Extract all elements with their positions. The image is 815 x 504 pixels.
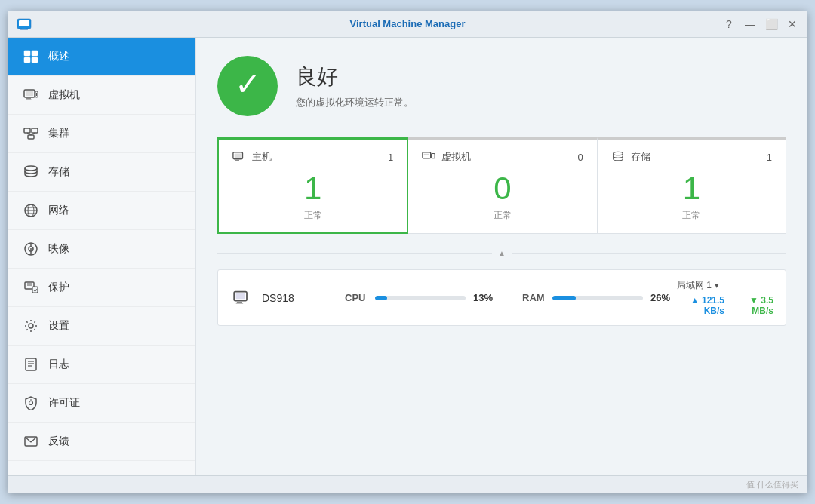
main-layout: 概述 虚拟机 [8, 38, 807, 475]
sidebar-item-log[interactable]: 日志 [8, 346, 195, 384]
vm-count: 0 [577, 152, 583, 163]
svg-rect-36 [26, 358, 36, 370]
vm-status: 正常 [422, 209, 583, 222]
sidebar-item-network[interactable]: 网络 [8, 192, 195, 230]
net-up-speed: ▲ 121.5 KB/s [677, 295, 724, 316]
svg-rect-4 [24, 51, 30, 56]
sidebar-label-network: 网络 [48, 204, 69, 217]
storage-card-icon [611, 150, 625, 164]
svg-rect-52 [236, 293, 245, 299]
protection-icon [23, 279, 39, 296]
titlebar-controls: ? — ⬜ ✕ [723, 18, 798, 30]
image-icon [23, 241, 39, 257]
svg-rect-48 [432, 154, 435, 158]
network-dropdown[interactable]: ▾ [715, 281, 719, 290]
status-circle: ✓ [217, 56, 278, 116]
window-title: Virtual Machine Manager [350, 18, 466, 29]
sidebar-item-protection[interactable]: 保护 [8, 269, 195, 307]
vm-card-icon [422, 150, 435, 164]
ram-metric: RAM 26% [522, 292, 677, 303]
net-down-speed: ▼ 3.5 MB/s [734, 295, 773, 316]
sidebar-item-storage[interactable]: 存储 [8, 153, 195, 192]
host-status: 正常 [232, 209, 393, 222]
cpu-fill [375, 296, 387, 300]
sidebar-item-overview[interactable]: 概述 [8, 38, 195, 76]
sidebar-item-image[interactable]: 映像 [8, 230, 195, 269]
down-arrow-icon: ▼ [749, 295, 758, 306]
stat-card-storage-title: 存储 [611, 150, 650, 164]
storage-nav-icon [23, 164, 39, 180]
divider-line-left [217, 253, 492, 254]
storage-value: 1 [611, 173, 772, 204]
divider-line-right [512, 253, 786, 254]
feedback-icon [23, 433, 39, 450]
overview-icon [23, 48, 39, 65]
host-row-icon [230, 289, 254, 307]
host-network: 局域网 1 ▾ ▲ 121.5 KB/s ▼ 3.5 MB/s [677, 279, 773, 316]
host-value: 1 [232, 173, 393, 204]
svg-rect-7 [32, 57, 38, 63]
stats-row: 主机 1 1 正常 [217, 137, 786, 234]
settings-icon [23, 318, 39, 334]
sidebar-item-feedback[interactable]: 反馈 [8, 423, 195, 461]
host-name: DS918 [262, 292, 322, 304]
checkmark-icon: ✓ [235, 69, 261, 100]
stat-card-host-header: 主机 1 [232, 150, 393, 164]
svg-rect-3 [20, 29, 28, 30]
stat-card-storage[interactable]: 存储 1 1 正常 [598, 137, 786, 234]
watermark: 值 什么值得买 [746, 479, 798, 490]
svg-rect-46 [235, 161, 240, 161]
ram-pct: 26% [650, 292, 677, 303]
stat-card-host-title: 主机 [232, 150, 272, 164]
content-area: ✓ 良好 您的虚拟化环境运转正常。 [196, 38, 807, 475]
svg-rect-15 [32, 128, 38, 133]
svg-rect-44 [235, 154, 241, 158]
sidebar: 概述 虚拟机 [8, 38, 196, 475]
sidebar-label-license: 许可证 [48, 396, 80, 410]
cluster-icon [23, 125, 39, 142]
status-title: 良好 [296, 63, 414, 91]
divider-arrow: ▲ [498, 249, 506, 257]
svg-rect-11 [26, 100, 32, 100]
stat-card-vm[interactable]: 虚拟机 0 0 正常 [408, 137, 597, 234]
sidebar-label-log: 日志 [48, 358, 69, 371]
help-button[interactable]: ? [723, 18, 735, 30]
sidebar-item-settings[interactable]: 设置 [8, 307, 195, 346]
host-row[interactable]: DS918 CPU 13% RAM 26% [217, 269, 786, 326]
sidebar-label-overview: 概述 [48, 50, 69, 63]
status-text: 良好 您的虚拟化环境运转正常。 [296, 63, 414, 109]
titlebar-left [17, 17, 32, 32]
network-icon [23, 202, 39, 219]
sidebar-label-vm: 虚拟机 [48, 88, 80, 102]
sidebar-label-image: 映像 [48, 242, 69, 256]
vm-value: 0 [422, 173, 583, 204]
sidebar-label-feedback: 反馈 [48, 435, 69, 448]
svg-point-35 [29, 324, 33, 328]
stat-card-storage-header: 存储 1 [611, 150, 772, 164]
svg-rect-1 [19, 20, 29, 26]
cpu-metric: CPU 13% [345, 292, 500, 303]
svg-rect-47 [423, 152, 431, 158]
ram-label: RAM [522, 292, 545, 303]
host-card-icon [232, 150, 246, 164]
minimize-button[interactable]: — [744, 18, 756, 30]
network-label: 局域网 1 [677, 279, 712, 292]
sidebar-label-settings: 设置 [48, 319, 69, 333]
stat-card-vm-title: 虚拟机 [422, 150, 471, 164]
net-speed-row: ▲ 121.5 KB/s ▼ 3.5 MB/s [677, 295, 773, 316]
titlebar: Virtual Machine Manager ? — ⬜ ✕ [8, 11, 807, 38]
svg-point-19 [25, 166, 37, 171]
ram-bar [552, 296, 643, 300]
sidebar-label-protection: 保护 [48, 281, 69, 294]
sidebar-item-vm[interactable]: 虚拟机 [8, 76, 195, 115]
svg-rect-45 [235, 160, 239, 161]
restore-button[interactable]: ⬜ [765, 18, 777, 30]
app-icon [17, 17, 32, 32]
stat-card-vm-header: 虚拟机 0 [422, 150, 583, 164]
sidebar-label-storage: 存储 [48, 165, 69, 179]
status-section: ✓ 良好 您的虚拟化环境运转正常。 [217, 56, 786, 116]
stat-card-host[interactable]: 主机 1 1 正常 [217, 137, 408, 234]
sidebar-item-cluster[interactable]: 集群 [8, 115, 195, 153]
sidebar-item-license[interactable]: 许可证 [8, 384, 195, 423]
close-button[interactable]: ✕ [786, 18, 798, 30]
